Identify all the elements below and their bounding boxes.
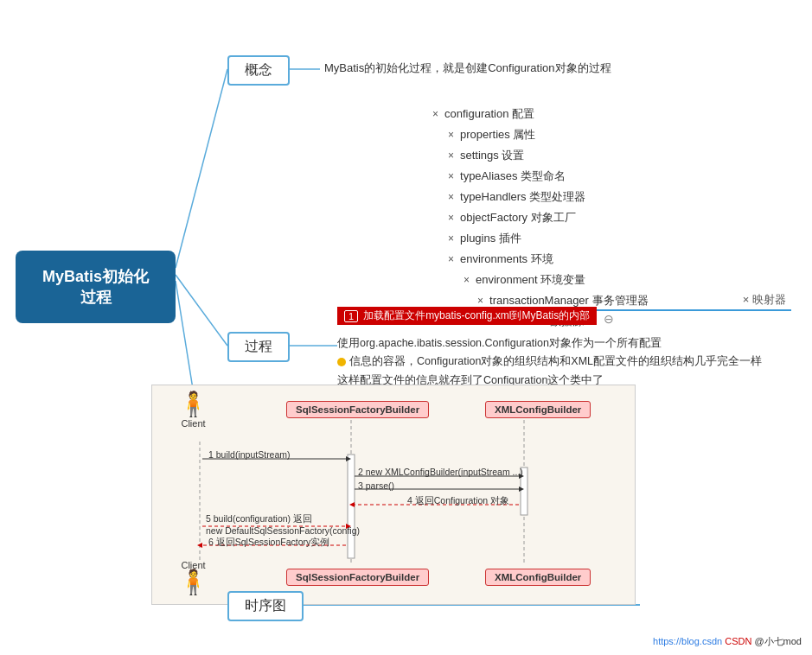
- process-badge: 1: [344, 310, 358, 322]
- mapping-text: × 映射器: [743, 293, 786, 306]
- process-line-1: 信息的容器，Configuration对象的组织结构和XML配置文件的组织结构几…: [337, 353, 787, 371]
- branch-gainian: 概念: [227, 55, 290, 86]
- seq-msg-6: 6 返回SqlSessionFactory实例: [208, 537, 329, 549]
- branch-shixutu: 时序图: [227, 591, 304, 621]
- mapping-label: × 映射器: [743, 292, 786, 308]
- config-item-5: × objectFactory 对象工厂: [432, 207, 649, 228]
- sequence-diagram: 🧍 Client SqlSessionFactoryBuilder XMLCon…: [151, 385, 636, 605]
- watermark-author: @小七mod: [754, 636, 802, 646]
- branch-guocheng-label: 过程: [245, 339, 272, 353]
- process-line-0: 使用org.apache.ibatis.session.Configuratio…: [337, 334, 787, 353]
- svg-line-0: [176, 69, 227, 268]
- actor-client-bottom: Client 🧍: [178, 558, 208, 595]
- config-items-list: × configuration 配置 × properties 属性 × set…: [432, 104, 649, 333]
- config-item-1: × properties 属性: [432, 124, 649, 145]
- gainian-text: MyBatis的初始化过程，就是创建Configuration对象的过程: [324, 61, 611, 74]
- gainian-description: MyBatis的初始化过程，就是创建Configuration对象的过程: [324, 59, 611, 78]
- center-node: MyBatis初始化过程: [16, 251, 176, 323]
- seq-msg-5: 5 build(configuration) 返回new DefaultSqlS…: [206, 513, 360, 536]
- sql-builder-box-bottom: SqlSessionFactoryBuilder: [286, 569, 429, 586]
- config-item-6: × plugins 插件: [432, 228, 649, 249]
- process-box: 1 加载配置文件mybatis-config.xml到MyBatis的内部 ⊖ …: [337, 307, 787, 390]
- config-item-0: × configuration 配置: [432, 104, 649, 124]
- client-figure-top: 🧍: [178, 392, 208, 417]
- branch-gainian-label: 概念: [245, 62, 272, 77]
- watermark-site: CSDN: [725, 636, 751, 646]
- seq-msg-4: 4 返回Configuration 对象: [407, 495, 509, 507]
- watermark: https://blog.csdn CSDN @小七mod: [653, 635, 802, 648]
- collapse-icon[interactable]: ⊖: [604, 312, 614, 326]
- watermark-url: https://blog.csdn: [653, 636, 722, 646]
- xml-builder-box-bottom: XMLConfigBuilder: [485, 569, 591, 586]
- process-text: 使用org.apache.ibatis.session.Configuratio…: [337, 334, 787, 390]
- seq-msg-2: 2 new XMLConfigBuilder(inputStream ...): [358, 467, 523, 477]
- process-header-text: 加载配置文件mybatis-config.xml到MyBatis的内部: [363, 308, 590, 323]
- config-item-4: × typeHandlers 类型处理器: [432, 187, 649, 207]
- process-header: 1 加载配置文件mybatis-config.xml到MyBatis的内部: [337, 307, 597, 325]
- config-item-8: × environment 环境变量: [432, 270, 649, 290]
- xml-builder-box-top: XMLConfigBuilder: [485, 401, 591, 418]
- branch-shixutu-label: 时序图: [245, 598, 286, 613]
- seq-msg-1: 1 build(inputStream): [208, 449, 291, 460]
- client-figure-bottom: 🧍: [178, 570, 208, 595]
- config-item-3: × typeAliases 类型命名: [432, 166, 649, 187]
- svg-line-1: [176, 275, 227, 346]
- branch-guocheng: 过程: [227, 332, 290, 362]
- client-label-top: Client: [178, 418, 208, 429]
- canvas: MyBatis初始化过程 概念 MyBatis的初始化过程，就是创建Config…: [0, 0, 812, 655]
- seq-inner: 🧍 Client SqlSessionFactoryBuilder XMLCon…: [152, 385, 635, 604]
- config-item-2: × settings 设置: [432, 145, 649, 166]
- actor-client-top: 🧍 Client: [178, 392, 208, 429]
- config-item-7: × environments 环境: [432, 249, 649, 270]
- seq-msg-3: 3 parse(): [358, 480, 394, 491]
- center-node-label: MyBatis初始化过程: [42, 268, 149, 306]
- sql-builder-box-top: SqlSessionFactoryBuilder: [286, 401, 429, 418]
